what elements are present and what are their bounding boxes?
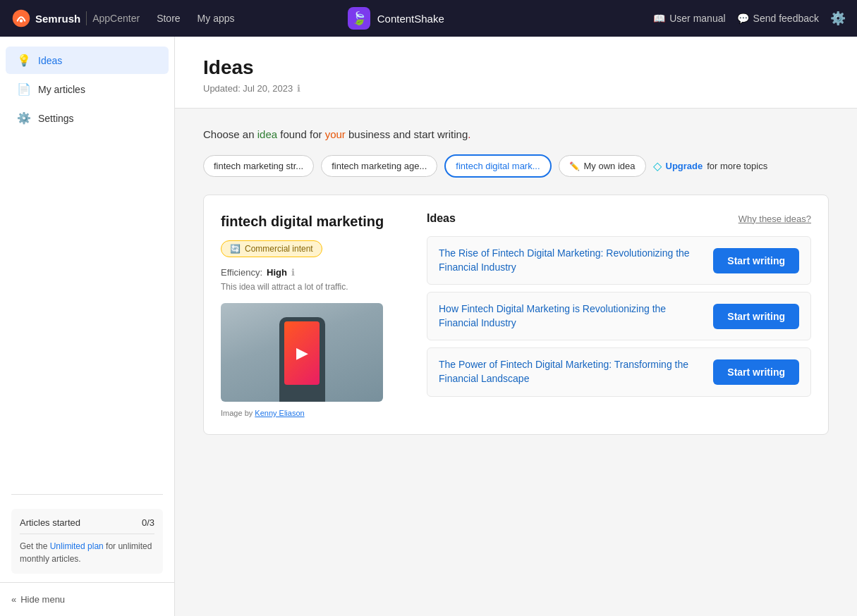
topic-pill-3[interactable]: fintech digital mark... — [444, 154, 551, 178]
idea-text-3: The Power of Fintech Digital Marketing: … — [439, 358, 702, 386]
sidebar-item-ideas[interactable]: 💡 Ideas — [6, 47, 169, 74]
app-center: 🍃 ContentShake — [348, 7, 444, 30]
topic-pill-2[interactable]: fintech marketing age... — [321, 155, 437, 177]
photographer-link[interactable]: Kenny Eliason — [255, 409, 304, 417]
topic-title: fintech digital marketing — [221, 212, 404, 230]
content-area: Choose an idea found for your business a… — [203, 109, 829, 435]
updated-label: Updated: Jul 20, 2023 — [203, 83, 293, 94]
badge-icon: 🔄 — [230, 244, 241, 254]
sidebar-articles-info: Articles started 0/3 Get the Unlimited p… — [11, 509, 163, 574]
info-divider — [20, 534, 154, 534]
subtitle-info-icon[interactable]: ℹ — [297, 83, 300, 94]
sidebar: 💡 Ideas 📄 My articles ⚙️ Settings Articl… — [0, 37, 175, 616]
intro-text: Choose an idea found for your business a… — [203, 128, 829, 140]
ideas-icon: 💡 — [17, 54, 31, 67]
efficiency-label: Efficiency: — [221, 267, 262, 278]
page-title: Ideas — [203, 56, 829, 79]
ideas-header: Ideas Why these ideas? — [427, 212, 811, 225]
unlimited-plan-link[interactable]: Unlimited plan — [50, 541, 104, 551]
card-inner: fintech digital marketing 🔄 Commercial i… — [221, 212, 811, 417]
sidebar-item-my-articles[interactable]: 📄 My articles — [6, 75, 169, 103]
app-icon: 🍃 — [348, 7, 370, 30]
efficiency-row: Efficiency: High ℹ — [221, 267, 404, 278]
hide-menu-button[interactable]: « Hide menu — [0, 582, 174, 616]
sidebar-divider — [11, 494, 163, 495]
settings-icon: ⚙️ — [17, 111, 31, 125]
layout: 💡 Ideas 📄 My articles ⚙️ Settings Articl… — [0, 37, 857, 616]
sidebar-info-text: Get the Unlimited plan for unlimited mon… — [20, 540, 154, 565]
upgrade-link[interactable]: ◇ Upgrade for more topics — [653, 159, 768, 173]
image-credit: Image by Kenny Eliason — [221, 409, 404, 417]
svg-point-1 — [20, 19, 23, 22]
efficiency-value: High — [267, 267, 287, 278]
articles-icon: 📄 — [17, 82, 31, 96]
info-prefix: Get the — [20, 541, 50, 551]
topic-image: ▶ — [221, 303, 383, 402]
settings-gear-icon[interactable]: ⚙️ — [830, 11, 846, 26]
edit-icon: ✏️ — [569, 161, 580, 171]
start-writing-button-2[interactable]: Start writing — [713, 304, 799, 329]
image-credit-prefix: Image by — [221, 409, 255, 417]
myown-label: My own idea — [584, 161, 636, 171]
sidebar-item-settings[interactable]: ⚙️ Settings — [6, 104, 169, 132]
idea-row-3: The Power of Fintech Digital Marketing: … — [427, 347, 811, 396]
send-feedback-label: Send feedback — [753, 13, 819, 24]
why-ideas-link[interactable]: Why these ideas? — [739, 214, 811, 224]
page-header: Ideas Updated: Jul 20, 2023 ℹ — [175, 37, 857, 109]
idea-row-2: How Fintech Digital Marketing is Revolut… — [427, 292, 811, 340]
idea-text-2: How Fintech Digital Marketing is Revolut… — [439, 302, 702, 330]
page-subtitle: Updated: Jul 20, 2023 ℹ — [203, 83, 829, 94]
topic-pill-myown[interactable]: ✏️ My own idea — [559, 155, 646, 177]
topic-pill-1[interactable]: fintech marketing str... — [203, 155, 314, 177]
main-content: Ideas Updated: Jul 20, 2023 ℹ Choose an … — [175, 37, 857, 616]
diamond-icon: ◇ — [653, 159, 662, 173]
brand-area: Semrush AppCenter — [11, 8, 140, 28]
chevron-left-icon: « — [11, 594, 16, 605]
intro-idea: idea — [257, 128, 277, 140]
sidebar-nav: 💡 Ideas 📄 My articles ⚙️ Settings — [0, 37, 174, 488]
book-icon: 📖 — [653, 13, 665, 24]
semrush-icon — [11, 8, 31, 28]
brand-divider — [86, 11, 87, 25]
intro-text-1: Choose an — [203, 128, 257, 140]
hide-menu-label: Hide menu — [20, 594, 65, 605]
intro-text-2: found for — [277, 128, 325, 140]
feedback-icon: 💬 — [737, 13, 749, 24]
myapps-link[interactable]: My apps — [197, 13, 235, 24]
store-link[interactable]: Store — [157, 13, 180, 24]
app-name: ContentShake — [377, 13, 444, 25]
idea-text-1: The Rise of Fintech Digital Marketing: R… — [439, 247, 702, 274]
semrush-logo[interactable]: Semrush — [11, 8, 80, 28]
right-panel: Ideas Why these ideas? The Rise of Finte… — [427, 212, 811, 417]
appcenter-label: AppCenter — [92, 13, 140, 24]
intro-your: your — [325, 128, 346, 140]
user-manual-label: User manual — [669, 13, 725, 24]
articles-started-label: Articles started — [20, 517, 80, 528]
svg-point-0 — [13, 10, 30, 27]
idea-row-1: The Rise of Fintech Digital Marketing: R… — [427, 236, 811, 285]
send-feedback-button[interactable]: 💬 Send feedback — [737, 13, 819, 24]
traffic-note: This idea will attract a lot of traffic. — [221, 282, 404, 292]
topnav: Semrush AppCenter Store My apps 🍃 Conten… — [0, 0, 857, 37]
articles-count: 0/3 — [142, 517, 154, 528]
ideas-label: Ideas — [427, 212, 456, 225]
left-panel: fintech digital marketing 🔄 Commercial i… — [221, 212, 404, 417]
commercial-intent-badge: 🔄 Commercial intent — [221, 240, 322, 257]
badge-label: Commercial intent — [245, 244, 313, 254]
start-writing-button-3[interactable]: Start writing — [713, 359, 799, 385]
upgrade-word: Upgrade — [666, 161, 703, 171]
upgrade-suffix: for more topics — [707, 161, 767, 171]
brand-name: Semrush — [35, 13, 80, 25]
sidebar-label-ideas: Ideas — [38, 55, 62, 66]
efficiency-info-icon[interactable]: ℹ — [291, 267, 295, 278]
sidebar-label-settings: Settings — [38, 113, 74, 124]
content-card: fintech digital marketing 🔄 Commercial i… — [203, 195, 829, 435]
nav-right: 📖 User manual 💬 Send feedback ⚙️ — [653, 11, 846, 26]
start-writing-button-1[interactable]: Start writing — [713, 248, 799, 273]
user-manual-button[interactable]: 📖 User manual — [653, 13, 725, 24]
intro-period: . — [468, 128, 470, 140]
sidebar-label-articles: My articles — [38, 84, 85, 95]
topic-pills: fintech marketing str... fintech marketi… — [203, 154, 829, 178]
intro-text-3: business and start writing — [346, 128, 468, 140]
